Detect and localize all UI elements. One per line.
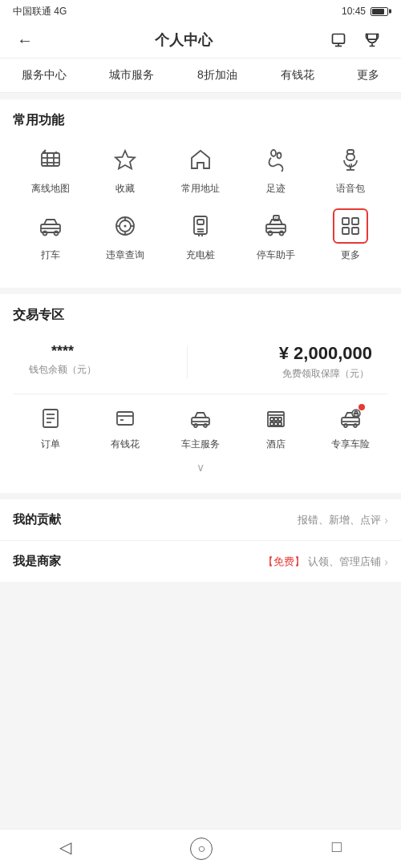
footprint-item[interactable]: 足迹 — [247, 142, 305, 196]
transaction-title: 交易专区 — [13, 307, 388, 324]
tab-more[interactable]: 更多 — [352, 67, 384, 84]
svg-rect-51 — [270, 418, 273, 421]
svg-rect-53 — [278, 418, 282, 421]
offline-map-item[interactable]: 离线地图 — [22, 142, 79, 196]
transaction-section: 交易专区 **** 钱包余额（元） ¥ 2,000,000 免费领取保障（元） — [0, 294, 401, 493]
header: ← 个人中心 — [0, 22, 401, 59]
svg-point-6 — [277, 153, 281, 159]
status-right: 10:45 — [342, 6, 388, 17]
taxi-label: 打车 — [41, 248, 60, 262]
carowner-label: 车主服务 — [181, 438, 220, 451]
svg-rect-37 — [352, 228, 358, 234]
svg-marker-4 — [115, 151, 135, 169]
youqianhua-icon-wrapper — [111, 404, 140, 433]
more-grid-icon — [333, 208, 368, 244]
carowner-item[interactable]: 车主服务 — [172, 404, 229, 451]
parking-icon: P — [258, 208, 294, 244]
back-button[interactable]: ◁ — [59, 838, 71, 860]
svg-rect-3 — [42, 153, 59, 166]
svg-rect-35 — [352, 218, 358, 224]
bottom-nav: ◁ ○ □ — [0, 829, 401, 868]
charging-item[interactable]: 充电桩 — [172, 208, 229, 262]
common-functions-section: 常用功能 离线地图 收藏 — [0, 99, 401, 288]
carrier-text: 中国联通 4G — [13, 5, 67, 18]
carinsurance-label: 专享车险 — [331, 438, 370, 451]
svg-rect-34 — [342, 218, 349, 224]
expand-chevron[interactable]: ∨ — [13, 458, 388, 480]
insurance-value: ¥ 2,000,000 — [279, 343, 372, 364]
transaction-divider — [187, 346, 188, 378]
carinsurance-item[interactable]: 专享车险 — [322, 404, 379, 451]
svg-point-14 — [43, 232, 47, 236]
svg-point-47 — [204, 424, 207, 427]
wallet-item: **** 钱包余额（元） — [29, 343, 96, 377]
page-title: 个人中心 — [37, 30, 330, 50]
merchant-right: 【免费】 认领、管理店铺 › — [263, 555, 388, 569]
battery-icon — [371, 7, 388, 16]
tab-service-center[interactable]: 服务中心 — [17, 67, 71, 84]
carowner-icon — [186, 404, 215, 433]
contribution-item[interactable]: 我的贡献 报错、新增、点评 › — [0, 499, 401, 541]
tab-youqianhua[interactable]: 有钱花 — [276, 67, 319, 84]
charging-label: 充电桩 — [186, 248, 215, 262]
merchant-highlight: 【免费】 — [263, 555, 305, 569]
more-label: 更多 — [341, 248, 360, 262]
order-item[interactable]: 订单 — [22, 404, 79, 451]
merchant-description: 认领、管理店铺 — [308, 555, 381, 569]
collect-item[interactable]: 收藏 — [96, 142, 154, 196]
contribution-label: 我的贡献 — [13, 512, 61, 527]
svg-point-58 — [344, 424, 347, 427]
violation-item[interactable]: 违章查询 — [96, 208, 154, 262]
insurance-label: 免费领取保障（元） — [279, 367, 372, 381]
hotel-label: 酒店 — [266, 438, 286, 451]
svg-rect-0 — [333, 34, 345, 44]
recent-button[interactable]: □ — [332, 838, 342, 860]
taxi-icon — [33, 208, 68, 244]
merchant-label: 我是商家 — [13, 554, 61, 569]
hotel-icon-wrapper — [261, 404, 290, 433]
youqianhua-item[interactable]: 有钱花 — [96, 404, 154, 451]
transaction-icons: 订单 有钱花 — [13, 394, 388, 458]
contribution-right: 报错、新增、点评 › — [298, 513, 388, 527]
common-functions-title: 常用功能 — [13, 112, 388, 129]
svg-rect-12 — [351, 164, 353, 167]
carowner-icon-wrapper — [186, 404, 215, 433]
merchant-chevron: › — [384, 555, 388, 568]
svg-point-30 — [279, 232, 283, 236]
svg-point-23 — [124, 225, 127, 228]
order-icon-wrapper — [36, 404, 65, 433]
list-section: 我的贡献 报错、新增、点评 › 我是商家 【免费】 认领、管理店铺 › — [0, 499, 401, 582]
footprint-label: 足迹 — [266, 182, 286, 196]
hotel-item[interactable]: 酒店 — [247, 404, 305, 451]
violation-icon — [107, 208, 143, 244]
home-button[interactable]: ○ — [190, 838, 213, 860]
parking-item[interactable]: P 停车助手 — [247, 208, 305, 262]
wallet-label: 钱包余额（元） — [29, 363, 96, 377]
svg-rect-11 — [349, 164, 350, 167]
contribution-chevron: › — [384, 514, 388, 527]
taxi-item[interactable]: 打车 — [22, 208, 79, 262]
tab-city-service[interactable]: 城市服务 — [104, 67, 159, 84]
voice-pack-label: 语音包 — [336, 182, 365, 196]
svg-point-29 — [268, 232, 272, 236]
svg-rect-8 — [346, 154, 354, 160]
nav-tabs: 服务中心 城市服务 8折加油 有钱花 更多 — [0, 59, 401, 93]
merchant-item[interactable]: 我是商家 【免费】 认领、管理店铺 › — [0, 541, 401, 582]
collect-label: 收藏 — [115, 182, 135, 196]
back-icon[interactable]: ← — [13, 31, 37, 50]
edit-icon[interactable] — [330, 32, 354, 48]
tab-fuel[interactable]: 8折加油 — [192, 67, 242, 84]
more-item[interactable]: 更多 — [322, 208, 379, 262]
svg-rect-56 — [278, 422, 282, 426]
voice-pack-item[interactable]: 语音包 — [322, 142, 379, 196]
order-label: 订单 — [41, 438, 60, 451]
svg-rect-25 — [197, 220, 204, 224]
youqianhua-icon — [111, 404, 140, 433]
wallet-value: **** — [29, 343, 96, 360]
violation-label: 违章查询 — [106, 248, 144, 262]
common-address-item[interactable]: 常用地址 — [172, 142, 229, 196]
trophy-icon[interactable] — [364, 32, 388, 48]
order-icon — [36, 404, 65, 433]
time-text: 10:45 — [342, 6, 366, 17]
svg-rect-54 — [270, 422, 273, 426]
